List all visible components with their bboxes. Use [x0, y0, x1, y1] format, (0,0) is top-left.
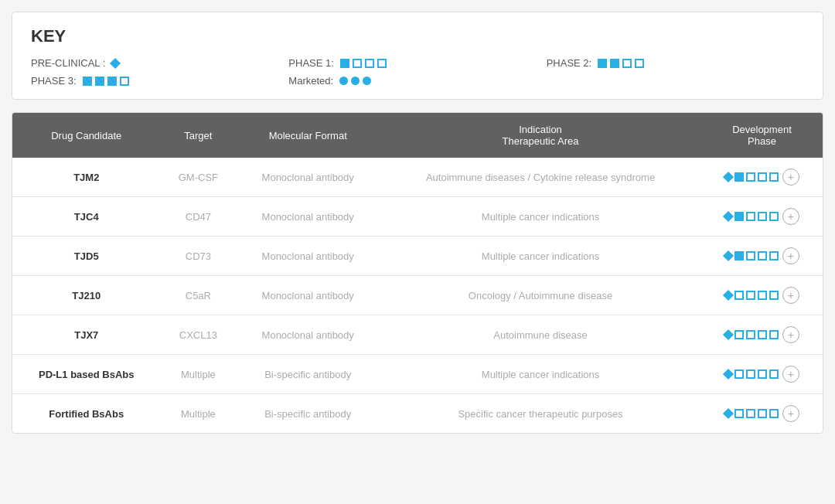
- square-empty-icon: [746, 212, 755, 221]
- square-empty-icon: [746, 409, 755, 418]
- diamond-icon: [723, 408, 734, 419]
- key-grid: PRE-CLINICAL : PHASE 1: PHASE 2:: [31, 57, 804, 87]
- key-title: KEY: [31, 26, 804, 46]
- expand-button[interactable]: +: [782, 208, 799, 225]
- expand-button[interactable]: +: [782, 287, 799, 304]
- table-row: TJM2GM-CSFMonoclonal antibodyAutoimmune …: [12, 158, 823, 197]
- table-row: TJD5CD73Monoclonal antibodyMultiple canc…: [12, 237, 823, 276]
- circle-filled-icon: [351, 77, 360, 85]
- circle-filled-icon: [363, 77, 371, 85]
- col-header-drug: Drug Candidate: [12, 113, 161, 158]
- square-empty-icon: [622, 59, 632, 68]
- cell-format: Monoclonal antibody: [236, 197, 380, 237]
- key-section: KEY PRE-CLINICAL : PHASE 1: PHASE 2:: [12, 12, 823, 100]
- cell-format: Monoclonal antibody: [236, 276, 380, 315]
- square-empty-icon: [769, 251, 779, 261]
- phase1-shapes: [340, 59, 387, 68]
- square-empty-icon: [769, 409, 779, 418]
- diamond-icon: [110, 57, 121, 68]
- key-item-phase3: PHASE 3:: [31, 75, 288, 87]
- square-empty-icon: [769, 212, 779, 221]
- square-empty-icon: [746, 369, 755, 379]
- diamond-icon: [723, 211, 734, 222]
- phase-icons: [724, 409, 779, 418]
- cell-target: Multiple: [161, 394, 237, 434]
- cell-format: Monoclonal antibody: [236, 158, 380, 197]
- phase3-shapes: [83, 77, 129, 86]
- key-item-phase1: PHASE 1:: [288, 57, 546, 69]
- square-empty-icon: [635, 59, 644, 68]
- cell-target: CD73: [161, 237, 237, 276]
- square-filled-icon: [734, 172, 744, 182]
- square-empty-icon: [746, 291, 755, 300]
- phase2-label: PHASE 2:: [547, 57, 592, 69]
- square-empty-icon: [734, 409, 744, 418]
- expand-button[interactable]: +: [782, 366, 799, 383]
- table-row: PD-L1 based BsAbsMultipleBi-specific ant…: [12, 355, 823, 394]
- square-filled-icon: [340, 59, 349, 68]
- cell-target: C5aR: [161, 276, 237, 315]
- cell-target: Multiple: [161, 355, 237, 394]
- cell-indication: Multiple cancer indications: [380, 237, 701, 276]
- diamond-icon: [723, 369, 734, 380]
- key-item-phase2: PHASE 2:: [547, 57, 804, 69]
- phase-icons: [724, 251, 779, 261]
- square-filled-icon: [598, 59, 607, 68]
- phase1-label: PHASE 1:: [288, 57, 334, 69]
- cell-indication: Multiple cancer indications: [380, 355, 701, 394]
- square-filled-icon: [83, 77, 92, 86]
- square-empty-icon: [758, 409, 767, 418]
- square-empty-icon: [769, 369, 779, 379]
- cell-phase: +: [701, 394, 823, 434]
- cell-drug: TJC4: [12, 197, 161, 237]
- square-empty-icon: [758, 172, 767, 182]
- square-empty-icon: [746, 330, 755, 339]
- cell-drug: TJD5: [12, 237, 161, 276]
- expand-button[interactable]: +: [782, 169, 799, 186]
- diamond-icon: [723, 172, 734, 182]
- cell-drug: Fortified BsAbs: [12, 394, 161, 434]
- phase-icons: [724, 172, 779, 182]
- cell-drug: PD-L1 based BsAbs: [12, 355, 161, 394]
- square-empty-icon: [758, 330, 767, 339]
- cell-format: Monoclonal antibody: [236, 237, 380, 276]
- expand-button[interactable]: +: [782, 405, 799, 422]
- table-header-row: Drug Candidate Target Molecular Format I…: [12, 113, 823, 158]
- pipeline-table: Drug Candidate Target Molecular Format I…: [12, 113, 823, 433]
- square-empty-icon: [365, 59, 374, 68]
- square-filled-icon: [107, 77, 117, 86]
- col-header-format: Molecular Format: [236, 113, 380, 158]
- cell-drug: TJ210: [12, 276, 161, 315]
- phase-icons: [724, 369, 779, 379]
- square-empty-icon: [769, 172, 779, 182]
- cell-format: Bi-specific antibody: [236, 355, 380, 394]
- square-empty-icon: [758, 291, 767, 300]
- square-empty-icon: [734, 330, 744, 339]
- square-filled-icon: [734, 251, 744, 261]
- expand-button[interactable]: +: [782, 247, 799, 264]
- cell-indication: Specific cancer therapeutic purposes: [380, 394, 701, 434]
- cell-phase: +: [701, 315, 823, 355]
- col-header-indication: IndicationTherapeutic Area: [380, 113, 701, 158]
- cell-phase: +: [701, 237, 823, 276]
- square-empty-icon: [746, 251, 755, 261]
- square-empty-icon: [353, 59, 362, 68]
- cell-phase: +: [701, 197, 823, 237]
- cell-drug: TJX7: [12, 315, 161, 355]
- pipeline-table-section: Drug Candidate Target Molecular Format I…: [12, 112, 823, 434]
- cell-target: CXCL13: [161, 315, 237, 355]
- diamond-icon: [723, 250, 734, 261]
- pre-clinical-shapes: [111, 60, 119, 67]
- marketed-label: Marketed:: [288, 75, 333, 87]
- square-empty-icon: [758, 212, 767, 221]
- cell-phase: +: [701, 158, 823, 197]
- circle-filled-icon: [339, 77, 348, 85]
- square-empty-icon: [377, 59, 387, 68]
- phase-icons: [724, 291, 779, 300]
- expand-button[interactable]: +: [782, 326, 799, 343]
- pre-clinical-label: PRE-CLINICAL :: [31, 57, 105, 69]
- square-empty-icon: [734, 291, 744, 300]
- table-row: Fortified BsAbsMultipleBi-specific antib…: [12, 394, 823, 434]
- cell-phase: +: [701, 355, 823, 394]
- square-empty-icon: [120, 77, 129, 86]
